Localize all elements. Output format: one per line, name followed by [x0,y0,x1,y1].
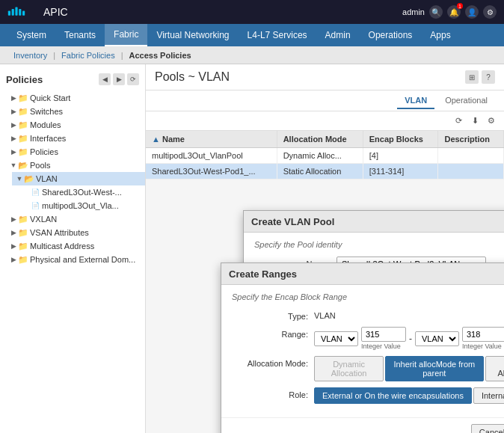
file-icon: 📄 [30,187,40,197]
sidebar-item-vxlan[interactable]: ▶ 📁 VXLAN [6,212,145,226]
sidebar-item-label: VSAN Attributes [30,228,89,237]
spacer [21,201,30,210]
range-from-group: Integer Value [361,327,406,350]
expand-icon: ▶ [9,147,18,156]
tab-vlan[interactable]: VLAN [397,93,434,109]
nav-tenants[interactable]: Tenants [55,24,105,46]
table-row[interactable]: SharedL3Out-West-Pod1_... Static Allocat… [146,164,504,179]
help-icon[interactable]: ? [482,70,495,84]
static-alloc-btn[interactable]: Static Allocation [485,356,504,381]
sidebar-item-label: Pools [30,161,51,170]
subnav-access-policies[interactable]: Access Policies [123,46,197,64]
external-role-btn[interactable]: External or On the wire encapsulations [314,387,472,404]
nav-fabric[interactable]: Fabric [105,24,147,46]
nav-virtual-networking[interactable]: Virtual Networking [147,24,238,46]
sidebar-item-interfaces[interactable]: ▶ 📁 Interfaces [6,132,145,145]
folder-icon: 📁 [18,133,28,144]
sidebar-item-multipod[interactable]: 📄 multipodL3Out_Vla... [18,199,145,212]
sidebar-item-label: SharedL3Out-West-... [42,188,122,197]
sidebar-item-pools[interactable]: ▼ 📂 Pools [6,159,145,172]
sidebar-item-quick-start[interactable]: ▶ 📁 Quick Start [6,91,145,105]
sidebar: Policies ◀ ▶ ⟳ ▶ 📁 Quick Start ▶ 📁 Switc… [0,64,146,433]
role-label: Role: [232,387,314,399]
vlan-pool-subtitle: Specify the Pool identity [254,240,504,249]
sidebar-header: Policies ◀ ▶ ⟳ [0,70,145,88]
refresh-btn[interactable]: ⟳ [452,114,465,128]
range-to-group: Integer Value [462,327,504,350]
file-icon: 📄 [30,200,40,211]
expand-icon: ▶ [9,242,18,251]
sidebar-item-multicast[interactable]: ▶ 📁 Multicast Address [6,239,145,253]
admin-label: admin [402,7,425,16]
folder-icon: 📂 [18,160,28,171]
sidebar-item-vsan[interactable]: ▶ 📁 VSAN Attributes [6,226,145,239]
range-to-input[interactable] [462,327,504,342]
inherit-alloc-btn[interactable]: Inherit allocMode from parent [385,356,483,381]
sidebar-item-physical[interactable]: ▶ 📁 Physical and External Dom... [6,253,145,266]
cell-allocation: Static Allocation [277,164,363,179]
range-from-hint: Integer Value [361,343,406,350]
internal-role-btn[interactable]: Internal [473,387,504,404]
top-bar: APIC admin 🔍 🔔 1 👤 ⚙ [0,0,504,24]
content-icon-1[interactable]: ⊞ [465,70,479,84]
nav-l4l7[interactable]: L4-L7 Services [239,24,316,46]
sidebar-title: Policies [6,74,43,85]
col-allocation[interactable]: Allocation Mode [277,131,363,148]
settings-icon[interactable]: ⚙ [483,5,497,19]
alloc-mode-label: Allocation Mode: [232,356,314,368]
table-toolbar: ⟳ ⬇ ⚙ [146,111,504,131]
expand-icon: ▶ [9,228,18,237]
cell-description [438,164,504,179]
search-icon[interactable]: 🔍 [429,5,443,19]
range-to-hint: Integer Value [462,343,504,350]
expand-icon: ▶ [9,120,18,129]
sidebar-item-modules[interactable]: ▶ 📁 Modules [6,118,145,132]
nav-operations[interactable]: Operations [360,24,422,46]
sidebar-item-vlan[interactable]: ▼ 📂 VLAN [12,172,145,185]
sidebar-item-label: Policies [30,147,58,156]
col-description[interactable]: Description [438,131,504,148]
sidebar-icon-prev[interactable]: ◀ [99,73,111,85]
user-icon[interactable]: 👤 [465,5,479,19]
range-row: VLAN Integer Value - VLAN [314,327,504,350]
cancel-button[interactable]: Cancel [471,424,504,433]
cell-name: multipodL3Out_VlanPool [146,148,277,164]
data-table: ▲ Name Allocation Mode Encap Blocks Desc… [146,131,504,179]
subnav-inventory[interactable]: Inventory [7,46,53,64]
notification-icon[interactable]: 🔔 1 [447,5,461,19]
cell-allocation: Dynamic Alloc... [277,148,363,164]
svg-rect-0 [8,10,10,15]
nav-apps[interactable]: Apps [421,24,459,46]
folder-icon: 📁 [18,120,28,130]
sidebar-item-label: VXLAN [30,215,57,224]
range-from-input[interactable] [361,327,406,342]
cell-name: SharedL3Out-West-Pod1_... [146,164,277,179]
nav-admin[interactable]: Admin [316,24,360,46]
type-value: VLAN [314,309,336,320]
sidebar-item-label: Physical and External Dom... [30,255,135,264]
ranges-modal-title: Create Ranges [229,268,297,280]
col-name[interactable]: ▲ Name [146,131,277,148]
notification-badge: 1 [457,3,463,9]
nav-system[interactable]: System [7,24,55,46]
dynamic-alloc-btn[interactable]: Dynamic Allocation [314,356,384,381]
range-to-type-select[interactable]: VLAN [415,331,459,346]
sidebar-item-switches[interactable]: ▶ 📁 Switches [6,105,145,118]
sidebar-icon-refresh[interactable]: ⟳ [127,73,139,85]
settings-btn[interactable]: ⚙ [485,114,498,128]
sidebar-item-label: Interfaces [30,134,66,143]
sidebar-item-policies[interactable]: ▶ 📁 Policies [6,145,145,159]
ranges-modal-body: Specify the Encap Block Range Type: VLAN… [221,285,504,417]
range-from-type-select[interactable]: VLAN [314,331,358,346]
range-field: VLAN Integer Value - VLAN [314,327,504,350]
cisco-logo: APIC [7,6,68,18]
form-row-role: Role: External or On the wire encapsulat… [232,387,504,404]
tab-operational[interactable]: Operational [437,93,495,109]
download-btn[interactable]: ⬇ [468,114,482,128]
col-encap[interactable]: Encap Blocks [363,131,438,148]
sidebar-item-sharedl3out-west[interactable]: 📄 SharedL3Out-West-... [18,185,145,199]
sidebar-icon-next[interactable]: ▶ [113,73,125,85]
sidebar-item-label: Quick Start [30,93,70,102]
subnav-fabric-policies[interactable]: Fabric Policies [55,46,121,64]
table-row[interactable]: multipodL3Out_VlanPool Dynamic Alloc... … [146,148,504,164]
